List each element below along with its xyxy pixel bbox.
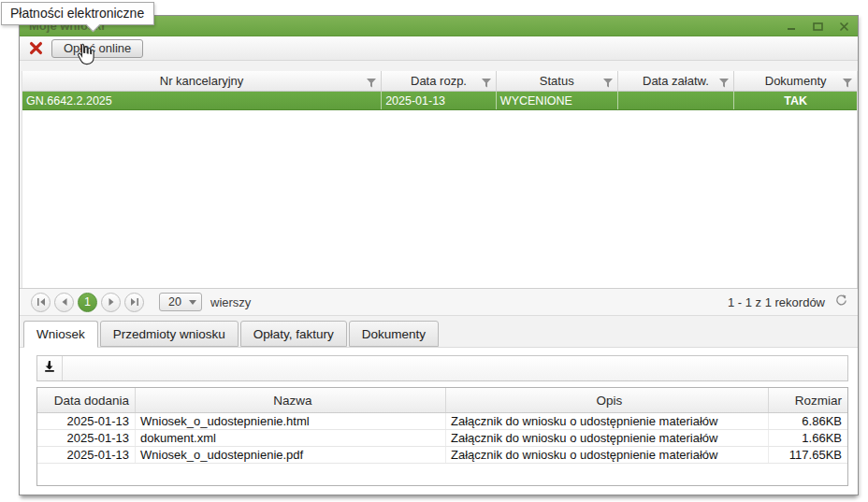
table-row[interactable]: 2025-01-13 dokument.xml Załącznik do wni…: [37, 430, 847, 447]
maximize-icon[interactable]: [811, 20, 824, 33]
filter-icon[interactable]: [367, 77, 376, 91]
page-size-label: wierszy: [210, 295, 251, 309]
minimize-icon[interactable]: [785, 20, 798, 33]
doc-cell-description: Załącznik do wniosku o udostępnienie mat…: [446, 413, 769, 429]
records-info: 1 - 1 z 1 rekordów: [728, 295, 825, 309]
filter-icon[interactable]: [603, 77, 613, 91]
tooltip: Płatności elektroniczne: [1, 2, 154, 25]
doc-cell-size: 1.66KB: [769, 430, 847, 446]
close-icon[interactable]: [837, 20, 850, 33]
tooltip-text: Płatności elektroniczne: [10, 6, 144, 21]
column-header-status[interactable]: Status: [497, 71, 618, 91]
doc-cell-description: Załącznik do wniosku o udostępnienie mat…: [446, 447, 769, 463]
tab-wniosek[interactable]: Wniosek: [23, 321, 98, 348]
documents-toolbar: [36, 355, 848, 381]
filter-icon[interactable]: [719, 77, 729, 91]
cell-dokumenty: TAK: [734, 92, 857, 109]
filter-icon[interactable]: [843, 77, 852, 91]
page-size-dropdown[interactable]: 20: [159, 293, 202, 311]
doc-cell-name: dokument.xml: [136, 430, 446, 446]
doc-column-opis[interactable]: Opis: [446, 388, 769, 412]
last-page-button[interactable]: [124, 293, 144, 312]
column-header-dokumenty[interactable]: Dokumenty: [734, 71, 857, 91]
app-window: Moje wnioski Opłać online Nr kanc: [19, 15, 859, 495]
table-row-selected[interactable]: GN.6642.2.2025 2025-01-13 WYCENIONE TAK: [22, 92, 857, 110]
refresh-icon[interactable]: [834, 294, 848, 310]
column-header-nr-kancelaryjny[interactable]: Nr kancelaryjny: [22, 71, 382, 91]
column-header-data-zalatw[interactable]: Data załatw.: [618, 71, 735, 91]
doc-column-rozmiar[interactable]: Rozmiar: [769, 388, 847, 412]
doc-cell-size: 6.86KB: [769, 413, 847, 429]
cell-nr-kancelaryjny: GN.6642.2.2025: [22, 92, 382, 109]
pager-bar: 1 20 wierszy 1 - 1 z 1 rekordów: [20, 288, 858, 316]
doc-cell-date: 2025-01-13: [37, 430, 136, 446]
column-header-data-rozp[interactable]: Data rozp.: [382, 71, 497, 91]
next-page-button[interactable]: [101, 293, 121, 312]
download-icon: [43, 360, 56, 377]
tab-oplaty-faktury[interactable]: Opłaty, faktury: [240, 321, 347, 347]
mouse-cursor-icon: [74, 42, 98, 70]
cell-status: WYCENIONE: [497, 92, 618, 109]
filter-icon[interactable]: [482, 77, 491, 91]
tab-przedmioty-wniosku[interactable]: Przedmioty wniosku: [100, 321, 239, 347]
doc-column-data-dodania[interactable]: Data dodania: [37, 388, 136, 412]
table-row[interactable]: 2025-01-13 Wniosek_o_udostepnienie.pdf Z…: [37, 447, 847, 464]
toolbar: Opłać online: [20, 36, 858, 61]
doc-column-nazwa[interactable]: Nazwa: [136, 388, 446, 412]
cell-data-zalatw: [618, 92, 735, 109]
tab-dokumenty[interactable]: Dokumenty: [349, 321, 439, 347]
download-button[interactable]: [37, 356, 63, 380]
prev-page-button[interactable]: [54, 293, 74, 312]
tab-panel-wniosek: Data dodania Nazwa Opis Rozmiar 2025-01-…: [20, 347, 858, 495]
grid-header: Nr kancelaryjny Data rozp. Status Data z…: [22, 71, 857, 92]
first-page-button[interactable]: [31, 293, 51, 312]
documents-table: Data dodania Nazwa Opis Rozmiar 2025-01-…: [36, 387, 848, 486]
doc-cell-name: Wniosek_o_udostepnienie.html: [136, 413, 446, 429]
requests-grid: Nr kancelaryjny Data rozp. Status Data z…: [22, 71, 858, 288]
table-row[interactable]: 2025-01-13 Wniosek_o_udostepnienie.html …: [37, 413, 847, 430]
doc-cell-size: 117.65KB: [769, 447, 847, 463]
chevron-down-icon: [189, 300, 196, 305]
documents-table-header: Data dodania Nazwa Opis Rozmiar: [37, 388, 847, 413]
cell-data-rozp: 2025-01-13: [382, 92, 497, 109]
doc-cell-date: 2025-01-13: [37, 413, 136, 429]
doc-cell-date: 2025-01-13: [37, 447, 136, 463]
tab-bar: Wniosek Przedmioty wniosku Opłaty, faktu…: [23, 321, 441, 348]
close-view-icon[interactable]: [29, 41, 43, 55]
doc-cell-description: Załącznik do wniosku o udostępnienie mat…: [446, 430, 769, 446]
doc-cell-name: Wniosek_o_udostepnienie.pdf: [136, 447, 446, 463]
page-size-value: 20: [168, 295, 181, 308]
current-page-button[interactable]: 1: [78, 293, 97, 312]
